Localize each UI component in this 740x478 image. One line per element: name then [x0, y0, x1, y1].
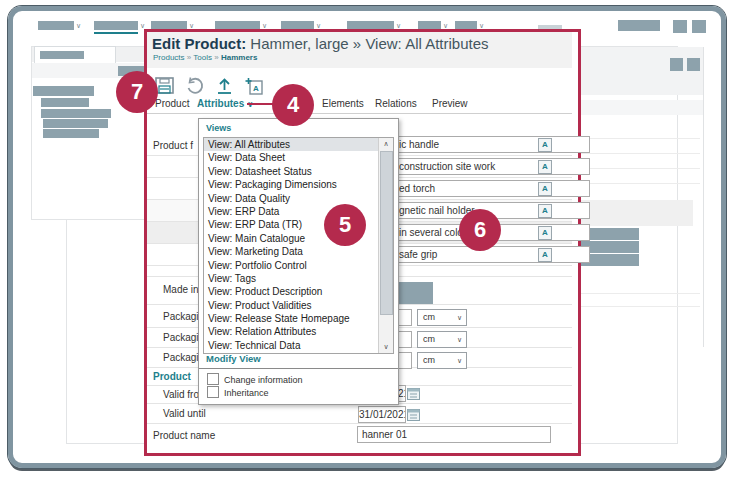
- active-menu-underline: [94, 32, 138, 34]
- unit-select[interactable]: cm∨: [417, 309, 467, 326]
- view-list-item[interactable]: View: Datasheet Status: [204, 165, 379, 178]
- views-dropdown: Views View: All Attributes View: Data Sh…: [198, 118, 399, 405]
- callout-connector-line: [247, 103, 274, 105]
- callout-6: 6: [459, 209, 501, 251]
- attribute-label: Product f: [153, 140, 193, 151]
- redacted-toolbar-button[interactable]: [692, 20, 706, 33]
- tab-product[interactable]: Product: [155, 98, 189, 109]
- product-name-label: Product name: [153, 430, 215, 441]
- unit-value: cm: [423, 353, 435, 368]
- background-selected-row: [573, 200, 693, 226]
- view-list-item[interactable]: View: Product Validities: [204, 299, 379, 312]
- tab-divider: [147, 113, 572, 114]
- callout-4: 4: [272, 84, 314, 126]
- view-list-item[interactable]: View: Portfolio Control: [204, 259, 379, 272]
- chevron-down-icon: ∨: [457, 310, 462, 325]
- redacted-toolbar-block[interactable]: [618, 20, 660, 31]
- view-list-item-selected[interactable]: View: All Attributes: [204, 138, 379, 151]
- save-icon: [155, 77, 175, 95]
- scrollbar-down-icon[interactable]: ∨: [379, 341, 393, 353]
- undo-button[interactable]: [185, 77, 207, 97]
- redacted-menu-item[interactable]: [38, 21, 74, 30]
- modify-view-link[interactable]: Modify View: [206, 353, 261, 364]
- breadcrumb-separator: »: [214, 53, 218, 62]
- views-header: Views: [206, 123, 231, 133]
- upload-button[interactable]: [215, 77, 237, 97]
- view-list-item[interactable]: View: Technical Data: [204, 339, 379, 352]
- checkbox-label: Change information: [224, 375, 303, 385]
- redacted-tree-item[interactable]: [43, 119, 108, 128]
- translate-letter: A: [542, 206, 548, 215]
- view-list-item[interactable]: View: Product Description: [204, 285, 379, 298]
- tab-attributes-label: Attributes: [197, 98, 244, 109]
- view-list-item[interactable]: View: Release State Homepage: [204, 312, 379, 325]
- callout-7: 7: [116, 71, 158, 113]
- translate-letter: A: [542, 184, 548, 193]
- tab-elements[interactable]: Elements: [322, 98, 364, 109]
- tab-attributes[interactable]: Attributes ∨: [197, 98, 254, 109]
- view-list-item[interactable]: View: Tags: [204, 272, 379, 285]
- translate-icon[interactable]: A: [538, 226, 552, 240]
- translate-icon[interactable]: A: [538, 204, 552, 218]
- save-button[interactable]: [155, 77, 177, 97]
- breadcrumb: Products » Tools » Hammers: [153, 53, 257, 62]
- popup-divider: [199, 368, 398, 369]
- view-list-item[interactable]: View: Relation Attributes: [204, 325, 379, 338]
- redacted-tree-item[interactable]: [41, 98, 89, 107]
- redacted-icon-button[interactable]: [687, 58, 700, 71]
- translate-letter: A: [542, 140, 548, 149]
- redacted-value-block: [393, 282, 433, 304]
- redacted-icon-button[interactable]: [670, 58, 683, 71]
- page-title-prefix: Edit Product:: [152, 35, 246, 52]
- translate-letter: A: [542, 250, 548, 259]
- redacted-toolbar-button[interactable]: [673, 20, 687, 33]
- view-list-item[interactable]: View: Packaging Dimensions: [204, 178, 379, 191]
- redacted-menu-item-active[interactable]: [94, 21, 138, 30]
- translate-icon[interactable]: A: [538, 182, 552, 196]
- redacted-tree-item[interactable]: [43, 129, 99, 138]
- chevron-down-icon: [76, 21, 81, 30]
- change-information-option[interactable]: Change information: [207, 373, 303, 385]
- valid-until-input[interactable]: 31/01/2021: [358, 406, 406, 423]
- product-name-input[interactable]: hanner 01: [357, 426, 551, 443]
- checkbox-unchecked[interactable]: [207, 386, 219, 398]
- scrollbar[interactable]: ∧ ∨: [378, 138, 393, 353]
- checkbox-unchecked[interactable]: [207, 373, 219, 385]
- translate-letter: A: [542, 162, 548, 171]
- unit-value: cm: [423, 310, 435, 325]
- redacted-tree-item[interactable]: [33, 86, 94, 96]
- view-list-item[interactable]: View: Data Sheet: [204, 151, 379, 164]
- scrollbar-up-icon[interactable]: ∧: [379, 138, 393, 150]
- breadcrumb-item[interactable]: Tools: [193, 53, 212, 62]
- section-header: Product: [153, 371, 191, 382]
- view-list-item[interactable]: View: Data Quality: [204, 192, 379, 205]
- redacted-tree-item[interactable]: [41, 109, 111, 118]
- checkbox-label: Inheritance: [224, 388, 269, 398]
- inheritance-option[interactable]: Inheritance: [207, 386, 269, 398]
- breadcrumb-item[interactable]: Products: [153, 53, 185, 62]
- add-image-button[interactable]: A: [245, 77, 267, 97]
- translate-icon[interactable]: A: [538, 138, 552, 152]
- undo-icon: [185, 77, 205, 95]
- translate-letter: A: [542, 228, 548, 237]
- page-title: Edit Product: Hammer, large » View: All …: [152, 35, 489, 52]
- translate-icon[interactable]: A: [538, 160, 552, 174]
- translate-icon[interactable]: A: [538, 248, 552, 262]
- redacted-tab-label: [40, 51, 84, 59]
- background-row-band: [576, 100, 704, 115]
- tab-relations[interactable]: Relations: [375, 98, 417, 109]
- chevron-down-icon: ∨: [457, 332, 462, 347]
- unit-select[interactable]: cm∨: [417, 352, 467, 369]
- calendar-icon[interactable]: [407, 407, 420, 420]
- background-header-band: [576, 47, 704, 95]
- calendar-icon[interactable]: [407, 386, 420, 399]
- unit-select[interactable]: cm∨: [417, 331, 467, 348]
- scrollbar-thumb[interactable]: [380, 151, 393, 315]
- page-title-rest: Hammer, large » View: All Attributes: [246, 35, 488, 52]
- tab-preview[interactable]: Preview: [432, 98, 468, 109]
- valid-from-label: Valid fro: [163, 389, 199, 400]
- breadcrumb-separator: »: [187, 53, 191, 62]
- view-list-item[interactable]: View: Marketing Data: [204, 245, 379, 258]
- views-listbox: View: All Attributes View: Data Sheet Vi…: [203, 137, 394, 354]
- svg-text:A: A: [253, 84, 259, 93]
